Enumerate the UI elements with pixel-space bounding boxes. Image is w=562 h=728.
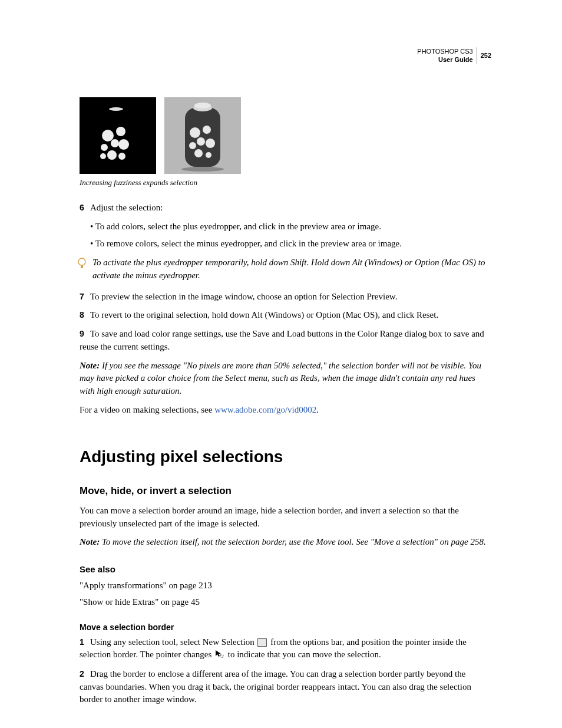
- svg-point-6: [118, 139, 129, 150]
- note-label: Note:: [80, 361, 100, 370]
- figure-caption: Increasing fuzziness expands selection: [80, 177, 491, 189]
- bullet-remove-colors: To remove colors, select the minus eyedr…: [90, 238, 491, 251]
- svg-point-14: [190, 127, 200, 138]
- step-number: 1: [80, 636, 90, 648]
- move-pointer-icon: [215, 649, 224, 662]
- step-9: 9To save and load color range settings, …: [80, 328, 491, 354]
- heading-adjusting-pixel-selections: Adjusting pixel selections: [80, 445, 491, 469]
- step-number: 8: [80, 309, 90, 321]
- step-number: 2: [80, 668, 90, 680]
- page-number: 252: [477, 47, 491, 64]
- step-7: 7To preview the selection in the image w…: [80, 291, 491, 304]
- step-text: To revert to the original selection, hol…: [90, 310, 438, 319]
- figure-image-original: [164, 97, 241, 174]
- figure-row: [80, 97, 491, 174]
- svg-point-15: [203, 126, 211, 134]
- step-text-part3: to indicate that you can move the select…: [226, 650, 381, 659]
- svg-point-22: [78, 258, 85, 265]
- svg-point-13: [194, 103, 211, 108]
- svg-point-17: [189, 142, 196, 149]
- new-selection-icon: [257, 638, 267, 647]
- svg-point-20: [206, 152, 211, 158]
- note-move-tool: Note: To move the selection itself, not …: [80, 536, 491, 549]
- svg-point-5: [101, 144, 108, 151]
- svg-point-21: [181, 167, 224, 172]
- video-suffix: .: [316, 405, 319, 414]
- note-text: If you see the message "No pixels are mo…: [80, 361, 481, 396]
- lightbulb-icon: [77, 258, 87, 269]
- svg-rect-11: [185, 108, 220, 167]
- step-number: 6: [80, 202, 90, 213]
- video-prefix: For a video on making selections, see: [80, 405, 214, 414]
- step-text: Drag the border to enclose a different a…: [80, 669, 471, 704]
- heading-move-selection-border: Move a selection border: [80, 621, 491, 633]
- step-number: 9: [80, 328, 90, 340]
- note-label: Note:: [80, 537, 100, 546]
- header-product: PHOTOSHOP CS3: [417, 47, 472, 55]
- svg-rect-24: [220, 655, 223, 657]
- svg-point-16: [197, 137, 205, 146]
- move-step-1: 1Using any selection tool, select New Se…: [80, 636, 491, 662]
- step-text: To save and load color range settings, u…: [80, 329, 484, 351]
- svg-point-4: [111, 139, 119, 147]
- step-8: 8To revert to the original selection, ho…: [80, 309, 491, 322]
- step-number: 7: [80, 291, 90, 302]
- heading-see-also: See also: [80, 563, 491, 576]
- move-step-2: 2Drag the border to enclose a different …: [80, 668, 491, 706]
- page-header: PHOTOSHOP CS3 User Guide 252: [417, 47, 491, 64]
- step-6: 6Adjust the selection:: [80, 202, 491, 215]
- note-text: To move the selection itself, not the se…: [100, 537, 486, 546]
- see-also-item-1: "Apply transformations" on page 213: [80, 579, 491, 592]
- intro-move-hide-invert: You can move a selection border around a…: [80, 505, 491, 531]
- svg-point-7: [107, 150, 117, 160]
- svg-point-9: [100, 153, 106, 159]
- see-also-item-2: "Show or hide Extras" on page 45: [80, 596, 491, 609]
- bullet-add-colors: To add colors, select the plus eyedroppe…: [90, 220, 491, 233]
- svg-point-1: [109, 107, 123, 111]
- note-no-pixels: Note: If you see the message "No pixels …: [80, 360, 491, 398]
- step-text-part1: Using any selection tool, select New Sel…: [90, 637, 256, 647]
- svg-point-3: [116, 127, 125, 136]
- video-link[interactable]: www.adobe.com/go/vid0002: [214, 405, 316, 414]
- heading-move-hide-invert: Move, hide, or invert a selection: [80, 484, 491, 499]
- step-text: Adjust the selection:: [90, 203, 163, 212]
- header-guide: User Guide: [417, 55, 472, 64]
- tip-eyedropper: To activate the plus eyedropper temporar…: [90, 256, 491, 282]
- step-text: To preview the selection in the image wi…: [90, 292, 397, 301]
- svg-point-8: [118, 153, 125, 160]
- tip-text: To activate the plus eyedropper temporar…: [92, 258, 485, 280]
- video-paragraph: For a video on making selections, see ww…: [80, 404, 491, 417]
- svg-point-2: [102, 130, 114, 141]
- svg-rect-23: [81, 265, 83, 268]
- svg-point-18: [206, 139, 215, 148]
- svg-point-19: [194, 149, 203, 157]
- figure-image-mask: [80, 97, 156, 174]
